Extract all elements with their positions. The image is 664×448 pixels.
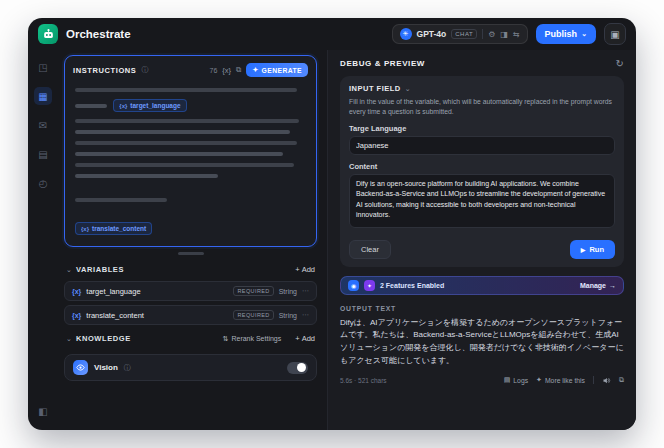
logs-label: Logs	[513, 377, 528, 384]
arrow-right-icon: →	[609, 282, 616, 289]
model-mode-badge: CHAT	[451, 29, 477, 39]
vision-card: Vision ⓘ	[64, 354, 317, 381]
nav-api-icon[interactable]: ✉	[34, 116, 52, 134]
copy-icon[interactable]: ⧉	[236, 65, 241, 75]
variable-icon: {x}	[81, 226, 89, 232]
screen: Orchestrate ✳ GPT-4o CHAT ⚙ ◨ ⇆ Publish …	[0, 0, 664, 448]
chevron-down-icon: ⌄	[405, 85, 411, 93]
variable-menu-icon[interactable]: ⋯	[302, 311, 309, 319]
copy-output-button[interactable]: ⧉	[619, 376, 624, 384]
window-icon: ▣	[610, 29, 619, 40]
manage-label: Manage	[580, 282, 606, 289]
input-field-toggle[interactable]: INPUT FIELD ⌄	[349, 84, 615, 93]
features-enabled-text: 2 Features Enabled	[380, 282, 444, 289]
features-bar[interactable]: ◉ ✦ 2 Features Enabled Manage →	[340, 276, 624, 295]
add-variable-button[interactable]: + Add	[295, 265, 315, 274]
nav-orchestrate-icon[interactable]: ▦	[34, 87, 52, 105]
output-text: Difyは、AIアプリケーションを構築するためのオープンソースプラットフォームで…	[340, 317, 624, 368]
divider	[482, 29, 483, 39]
add-label: Add	[302, 334, 315, 343]
variable-chip[interactable]: {x} translate_content	[75, 222, 152, 235]
nav-logs-icon[interactable]: ▤	[34, 145, 52, 163]
required-badge: REQUIRED	[233, 286, 273, 296]
instructions-card[interactable]: INSTRUCTIONS ⓘ 76 {x} ⧉ ✦ GENERATE	[64, 55, 317, 247]
content-textarea[interactable]: Dify is an open-source platform for buil…	[349, 174, 615, 228]
chevron-down-icon[interactable]: ⌄	[66, 335, 72, 343]
feature-vision-icon: ◉	[348, 280, 359, 291]
skeleton-line	[75, 163, 294, 167]
logs-button[interactable]: ▤ Logs	[504, 376, 528, 384]
chevron-down-icon[interactable]: ⌄	[66, 266, 72, 274]
manage-features-button[interactable]: Manage →	[580, 282, 616, 289]
page-title: Orchestrate	[66, 28, 131, 40]
debug-header: DEBUG & PREVIEW ↻	[340, 58, 624, 69]
speech-button[interactable]	[602, 376, 611, 385]
variable-icon: {x}	[72, 288, 81, 295]
variable-name: translate_content	[86, 311, 144, 320]
skeleton-row: {x} target_language	[75, 99, 306, 112]
feature-sparkle-icon: ✦	[364, 280, 375, 291]
prompt-body[interactable]: {x} target_language	[65, 81, 316, 242]
sidebar: ◳ ▦ ✉ ▤ ◴ ◧	[28, 50, 58, 430]
variable-menu-icon[interactable]: ⋯	[302, 287, 309, 295]
target-language-label: Targe Language	[349, 124, 615, 133]
debug-title: DEBUG & PREVIEW	[340, 59, 425, 68]
variable-type: String	[279, 288, 297, 295]
play-icon: ▶	[581, 246, 586, 253]
publish-button[interactable]: Publish ⌄	[536, 24, 596, 44]
target-language-input[interactable]	[349, 136, 615, 155]
refresh-icon[interactable]: ↻	[616, 58, 624, 69]
debug-panel: DEBUG & PREVIEW ↻ INPUT FIELD ⌄ Fill in …	[327, 50, 636, 430]
skeleton-line	[75, 119, 299, 123]
add-label: Add	[302, 265, 315, 274]
model-provider-icon: ✳	[400, 28, 412, 40]
copy-icon: ⧉	[619, 376, 624, 384]
variable-row[interactable]: {x} translate_content REQUIRED String ⋯	[64, 305, 317, 325]
add-knowledge-button[interactable]: + Add	[295, 334, 315, 343]
plus-icon: +	[295, 334, 299, 343]
output-title: OUTPUT TEXT	[340, 305, 624, 312]
variable-name: target_language	[86, 287, 140, 296]
model-selector[interactable]: ✳ GPT-4o CHAT ⚙ ◨ ⇆	[392, 24, 528, 44]
run-button[interactable]: ▶ Run	[570, 240, 615, 259]
model-view-icon[interactable]: ◨	[500, 30, 508, 39]
speaker-icon	[602, 376, 611, 385]
resize-handle[interactable]	[178, 252, 204, 255]
output-footer: 5.6s · 521 chars ▤ Logs ✦ More like this	[340, 376, 624, 385]
info-icon: ⓘ	[124, 363, 131, 373]
clear-button[interactable]: Clear	[349, 240, 391, 259]
rerank-label: Rerank Settings	[231, 335, 281, 342]
collapse-sidebar-icon[interactable]: ◧	[34, 402, 52, 420]
rerank-settings-button[interactable]: ⇅ Rerank Settings	[223, 335, 282, 343]
nav-annotations-icon[interactable]: ◴	[34, 174, 52, 192]
rerank-icon: ⇅	[223, 335, 229, 343]
extensions-button[interactable]: ▣	[604, 23, 626, 45]
skeleton-line	[75, 174, 218, 178]
skeleton-line	[75, 141, 297, 145]
content-label: Content	[349, 162, 615, 171]
output-meta: 5.6s · 521 chars	[340, 377, 387, 384]
toggle-knob	[297, 363, 306, 372]
variable-insert-icon[interactable]: {x}	[222, 66, 231, 75]
eye-icon	[73, 360, 88, 375]
app-window: Orchestrate ✳ GPT-4o CHAT ⚙ ◨ ⇆ Publish …	[28, 18, 636, 430]
model-params-icon[interactable]: ⚙	[488, 30, 495, 39]
orchestrate-panel: INSTRUCTIONS ⓘ 76 {x} ⧉ ✦ GENERATE	[58, 50, 327, 430]
more-like-this-button[interactable]: ✦ More like this	[536, 376, 585, 384]
skeleton-line	[75, 152, 283, 156]
knowledge-header: ⌄ KNOWLEDGE ⇅ Rerank Settings + Add	[64, 331, 317, 346]
vision-toggle[interactable]	[287, 362, 308, 374]
nav-overview-icon[interactable]: ◳	[34, 58, 52, 76]
variable-chip[interactable]: {x} target_language	[113, 99, 186, 112]
vision-label: Vision	[94, 363, 118, 372]
variable-row[interactable]: {x} target_language REQUIRED String ⋯	[64, 281, 317, 301]
header: Orchestrate ✳ GPT-4o CHAT ⚙ ◨ ⇆ Publish …	[28, 18, 636, 50]
chevron-down-icon: ⌄	[581, 30, 587, 38]
input-field-card: INPUT FIELD ⌄ Fill in the value of the v…	[340, 76, 624, 267]
model-name: GPT-4o	[417, 29, 447, 39]
more-label: More like this	[545, 377, 585, 384]
variables-title: VARIABLES	[76, 265, 124, 274]
input-field-description: Fill in the value of the variable, which…	[349, 97, 615, 117]
model-swap-icon[interactable]: ⇆	[513, 30, 520, 39]
generate-button[interactable]: ✦ GENERATE	[246, 63, 308, 77]
